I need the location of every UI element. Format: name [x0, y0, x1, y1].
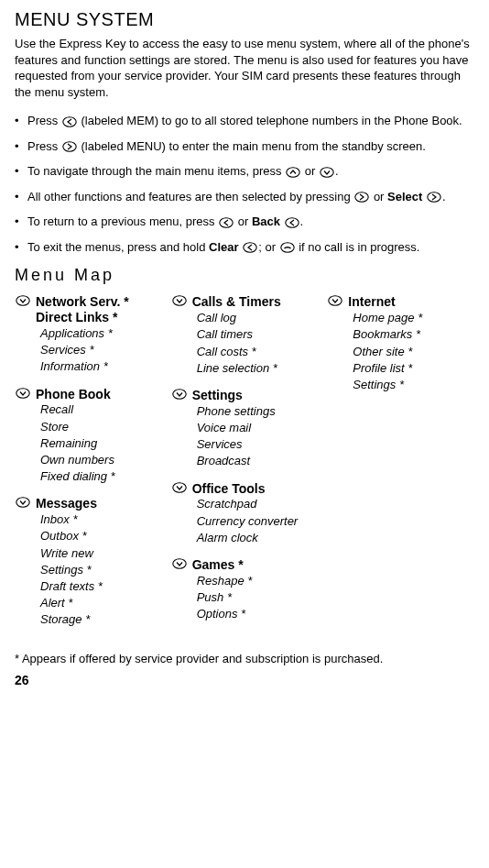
menu-item: Applications * [40, 325, 162, 342]
menu-block: Games *Reshape *Push *Options * [171, 557, 319, 622]
bullet-dot: • [15, 214, 24, 230]
menu-block-title: Games * [192, 557, 244, 573]
menu-block-title: Network Serv. * [36, 294, 129, 310]
end-call-icon [280, 241, 295, 254]
menu-item: Call log [197, 310, 319, 326]
menu-item: Profile list * [353, 360, 474, 377]
menu-item: Draft texts * [40, 578, 162, 595]
menu-item: Home page * [353, 310, 474, 326]
menu-map-heading: Menu Map [15, 266, 474, 285]
menu-block-title-row: Phone Book [15, 387, 162, 402]
menu-block-title-row: Calls & Timers [171, 294, 319, 310]
bullet-text: Press (labeled MEM) to go to all stored … [27, 113, 474, 129]
menu-item: Alarm clock [197, 530, 319, 546]
menu-item: Remaining [40, 435, 162, 452]
bullet-item: •To return to a previous menu, press or … [15, 214, 474, 230]
softkey-left-icon [243, 241, 257, 254]
svg-point-12 [16, 498, 29, 508]
menu-item: Store [40, 419, 162, 435]
menu-items: Phone settingsVoice mailServicesBroadcas… [171, 403, 319, 470]
nav-down-icon [172, 294, 187, 307]
svg-point-14 [172, 390, 185, 400]
menu-items: ScratchpadCurrency converterAlarm clock [171, 496, 319, 546]
menu-items: Reshape *Push *Options * [171, 573, 319, 623]
bullet-dot: • [15, 189, 24, 205]
menu-block-title-row: Network Serv. *Direct Links * [15, 294, 162, 325]
bullet-text: To navigate through the main menu items,… [27, 163, 474, 180]
menu-block: MessagesInbox *Outbox *Write newSettings… [15, 496, 162, 628]
menu-block-title: Settings [192, 388, 243, 403]
menu-item: Call timers [197, 326, 319, 343]
menu-item: Services * [40, 342, 162, 358]
svg-point-4 [355, 192, 368, 203]
svg-point-6 [220, 218, 233, 228]
bullet-dot: • [15, 113, 24, 129]
bullet-dot: • [15, 138, 24, 155]
bullet-item: •To navigate through the main menu items… [15, 163, 474, 180]
svg-point-3 [321, 168, 333, 178]
nav-down-icon [172, 557, 187, 570]
menu-block: Phone BookRecallStoreRemainingOwn number… [15, 387, 162, 486]
svg-point-2 [287, 168, 299, 178]
menu-item: Other site * [353, 344, 474, 360]
bullet-text: To return to a previous menu, press or B… [27, 214, 474, 230]
bold-text: Clear [209, 240, 239, 254]
menu-block-title-row: Internet [327, 294, 474, 310]
bold-text: Select [387, 190, 422, 203]
menu-item: Reshape * [197, 573, 319, 589]
bullet-text: To exit the menus, press and hold Clear … [27, 239, 474, 256]
svg-point-10 [16, 296, 29, 306]
menu-block-title-row: Office Tools [171, 481, 319, 497]
softkey-left-icon [285, 216, 299, 229]
menu-items: Call logCall timersCall costs *Line sele… [171, 310, 319, 377]
nav-down-icon [328, 294, 342, 307]
menu-item: Own numbers [40, 452, 162, 468]
bullet-text: All other functions and features are the… [27, 189, 474, 205]
menu-block-title-row: Messages [15, 496, 162, 511]
menu-item: Fixed dialing * [40, 468, 162, 485]
nav-down-icon [16, 496, 30, 509]
softkey-left-icon [62, 115, 77, 128]
menu-items: Applications *Services *Information * [15, 325, 162, 376]
nav-down-icon [172, 388, 187, 401]
menu-items: Home page *Bookmarks *Other site *Profil… [327, 310, 474, 393]
menu-block-title-row: Games * [171, 557, 319, 573]
menu-item: Outbox * [40, 528, 162, 544]
menu-block-title: Messages [36, 496, 97, 511]
bullet-item: •All other functions and features are th… [15, 189, 474, 205]
menu-item: Storage * [40, 611, 162, 628]
svg-point-16 [172, 559, 185, 569]
intro-paragraph: Use the Express Key to access the easy t… [15, 36, 474, 100]
menu-item: Line selection * [197, 360, 319, 377]
svg-point-1 [63, 142, 76, 152]
svg-point-11 [16, 388, 29, 398]
svg-point-17 [329, 296, 342, 306]
menu-block: SettingsPhone settingsVoice mailServices… [171, 388, 319, 470]
softkey-right-icon [62, 140, 77, 153]
page-heading: MENU SYSTEM [15, 9, 474, 30]
svg-point-13 [172, 296, 185, 306]
menu-item: Phone settings [197, 403, 319, 420]
svg-point-0 [63, 116, 76, 126]
menu-block: InternetHome page *Bookmarks *Other site… [327, 294, 474, 393]
menu-item: Bookmarks * [353, 326, 474, 343]
bullet-dot: • [15, 163, 24, 180]
menu-item: Currency converter [197, 513, 319, 530]
menu-item: Write new [40, 545, 162, 562]
menu-block: Network Serv. *Direct Links *Application… [15, 294, 162, 375]
softkey-right-icon [354, 191, 369, 203]
nav-down-icon [320, 166, 334, 179]
menu-item: Information * [40, 358, 162, 375]
bullet-list: •Press (labeled MEM) to go to all stored… [15, 113, 474, 255]
menu-item: Recall [40, 401, 162, 418]
nav-down-icon [172, 481, 187, 494]
menu-item: Scratchpad [197, 496, 319, 512]
menu-items: RecallStoreRemainingOwn numbersFixed dia… [15, 401, 162, 485]
bold-text: Back [252, 214, 280, 228]
page: MENU SYSTEM Use the Express Key to acces… [0, 0, 489, 695]
menu-item: Settings * [40, 562, 162, 578]
menu-item: Options * [197, 606, 319, 622]
menu-item: Services [197, 436, 319, 453]
menu-block-title-row: Settings [171, 388, 319, 403]
bullet-dot: • [15, 239, 24, 256]
